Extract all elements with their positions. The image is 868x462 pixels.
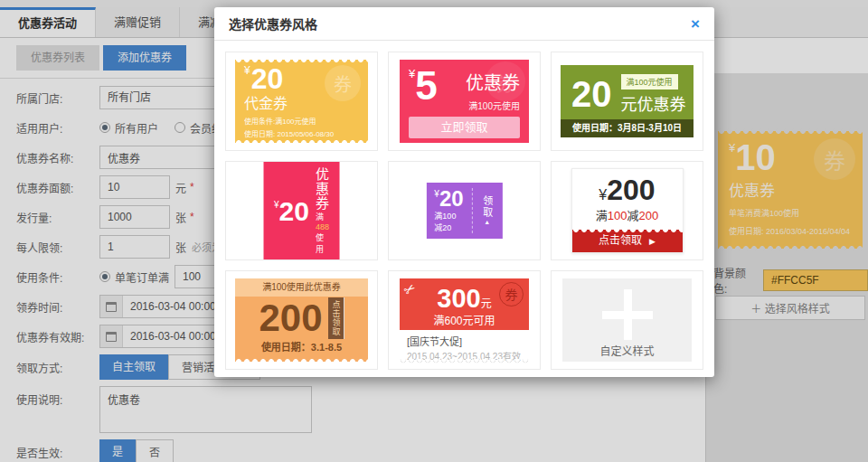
style1-date: 使用日期: 2015/05/06-08/30 bbox=[244, 128, 359, 138]
style4-title: 优惠券 bbox=[316, 167, 329, 211]
style8-unit: 元 bbox=[481, 297, 492, 310]
custom-style-label: 自定义样式 bbox=[562, 343, 692, 358]
arrow-up-icon: ▲ bbox=[484, 219, 490, 226]
style8-event-tag: [国庆节大促] bbox=[407, 334, 522, 348]
style4-condition: 满488使用 bbox=[316, 211, 329, 255]
claim-now-button[interactable]: 立即领取 bbox=[409, 117, 520, 138]
currency-symbol: ¥ bbox=[599, 187, 607, 203]
modal-title: 选择优惠券风格 bbox=[229, 14, 691, 33]
style6-condition: 满100减200 bbox=[572, 205, 683, 230]
coupon-style-yellow[interactable]: ¥20 代金券 使用条件:满100元使用 使用日期: 2015/05/06-08… bbox=[225, 52, 378, 151]
style-grid: ¥20 代金券 使用条件:满100元使用 使用日期: 2015/05/06-08… bbox=[214, 41, 714, 381]
coupon-style-red-white[interactable]: ✂ 券 300元 满600元可用 [国庆节大促] 2015.04.23~2015… bbox=[388, 270, 541, 370]
coupon-stamp-icon: 券 bbox=[486, 61, 525, 101]
coupon-style-modal: 选择优惠券风格 × ¥20 代金券 使用条件:满100元使用 使用日期: 201… bbox=[214, 7, 714, 377]
wavy-edge bbox=[400, 359, 529, 363]
coupon-stamp-icon: 券 bbox=[325, 65, 361, 101]
style3-amount: 20 bbox=[571, 76, 612, 112]
style3-title: 元优惠券 bbox=[621, 91, 686, 115]
click-claim-tab[interactable]: 点击领取 bbox=[328, 297, 344, 339]
coupon-style-white-card[interactable]: ¥200 满100减200 点击领取▶ bbox=[551, 161, 703, 260]
claim-button[interactable]: 领取 bbox=[480, 195, 495, 219]
arrow-right-icon: ▶ bbox=[649, 237, 656, 246]
coupon-style-purple-banner[interactable]: ¥20 满100减20 领取 ▲ bbox=[388, 161, 541, 260]
modal-header: 选择优惠券风格 × bbox=[214, 7, 714, 41]
currency-symbol: ¥ bbox=[244, 64, 250, 77]
dashed-divider bbox=[472, 188, 473, 233]
style5-condition: 满100减20 bbox=[434, 210, 463, 233]
coupon-style-pink-banner[interactable]: ¥20 优惠券 满488使用 bbox=[225, 161, 378, 260]
coupon-stamp-icon: 券 bbox=[499, 282, 524, 306]
style8-condition: 满600元可用 bbox=[400, 312, 529, 327]
style5-amount: 20 bbox=[439, 186, 464, 211]
style2-condition: 满100元使用 bbox=[466, 99, 520, 112]
style7-header: 满100使用此优惠券 bbox=[235, 278, 368, 297]
style6-amount: 200 bbox=[607, 174, 655, 206]
style7-date: 使用日期：3.1-8.5 bbox=[235, 339, 368, 354]
style3-date: 使用日期：3月8日-3月10日 bbox=[561, 119, 693, 137]
style3-condition-tag: 满100元使用 bbox=[621, 74, 678, 90]
style1-condition: 使用条件:满100元使用 bbox=[244, 116, 359, 126]
style4-amount: 20 bbox=[279, 195, 309, 225]
coupon-style-custom[interactable]: 自定义样式 bbox=[551, 270, 703, 370]
style8-amount: 300 bbox=[437, 284, 480, 313]
close-icon[interactable]: × bbox=[691, 16, 700, 32]
style1-amount: 20 bbox=[251, 62, 284, 95]
click-claim-button[interactable]: 点击领取▶ bbox=[572, 230, 683, 252]
style7-amount: 200 bbox=[259, 298, 322, 338]
coupon-style-red[interactable]: 券 ¥5 优惠券 满100元使用 立即领取 bbox=[388, 52, 541, 151]
coupon-style-green[interactable]: 20 满100元使用 元优惠券 使用日期：3月8日-3月10日 bbox=[551, 52, 703, 151]
style2-amount: 5 bbox=[415, 63, 437, 108]
coupon-style-orange[interactable]: 满100使用此优惠券 200 点击领取 使用日期：3.1-8.5 bbox=[225, 270, 378, 370]
plus-icon bbox=[602, 289, 653, 340]
